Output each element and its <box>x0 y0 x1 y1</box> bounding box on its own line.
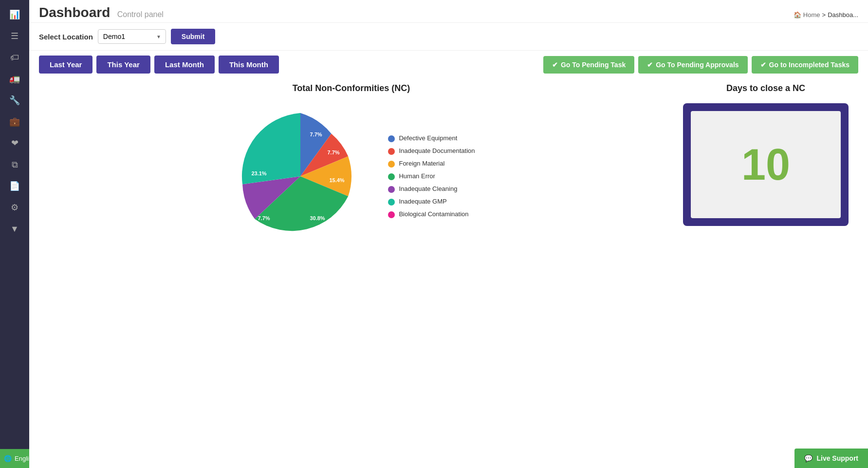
legend-label-inadequate-cleaning: Inadequate Cleaning <box>399 185 457 192</box>
legend-label-defective: Defective Equipment <box>399 134 457 142</box>
pending-task-label: Go To Pending Task <box>561 61 626 69</box>
check-icon-2: ✔ <box>647 61 653 69</box>
chart-legend: Defective Equipment Inadequate Documenta… <box>388 134 475 218</box>
nc-chart-section: Total Non-Conformities (NC) <box>39 83 664 463</box>
sidebar-icon-chevron[interactable]: ▼ <box>5 219 24 239</box>
sidebar-icon-wrench[interactable]: 🔧 <box>5 91 24 110</box>
page-header: Dashboard Control panel 🏠 Home > Dashboa… <box>29 0 868 23</box>
live-support-label: Live Support <box>816 454 858 462</box>
legend-item-biological: Biological Contamination <box>388 210 475 218</box>
legend-dot-inadequate-gmp <box>388 199 395 206</box>
legend-item-defective: Defective Equipment <box>388 134 475 142</box>
home-icon: 🏠 <box>794 11 801 19</box>
legend-label-inadequate-gmp: Inadequate GMP <box>399 198 446 205</box>
days-box-inner: 10 <box>691 111 841 218</box>
label-defective: 7.7% <box>310 131 322 137</box>
legend-dot-human-error <box>388 173 395 180</box>
label-inadequate-gmp: 23.1% <box>252 170 267 176</box>
legend-label-biological: Biological Contamination <box>399 210 468 218</box>
action-buttons-group: ✔ Go To Pending Task ✔ Go To Pending App… <box>543 56 858 74</box>
last-month-button[interactable]: Last Month <box>154 56 215 74</box>
days-to-close-section: Days to close a NC 10 <box>673 83 858 463</box>
sidebar-icon-truck[interactable]: 🚛 <box>5 69 24 89</box>
sidebar: 📊 ☰ 🏷 🚛 🔧 💼 ❤ ⧉ 📄 ⚙ ▼ 🌐 English <box>0 0 29 468</box>
legend-item-inadequate-gmp: Inadequate GMP <box>388 198 475 206</box>
live-support-button[interactable]: 💬 Live Support <box>794 449 868 468</box>
location-label: Select Location <box>39 33 93 41</box>
sidebar-icon-gear[interactable]: ⚙ <box>5 198 24 217</box>
english-label: English <box>15 455 36 462</box>
legend-dot-inadequate-cleaning <box>388 186 395 193</box>
legend-item-inadequate-doc: Inadequate Documentation <box>388 147 475 155</box>
pending-task-button[interactable]: ✔ Go To Pending Task <box>543 56 634 74</box>
sidebar-icon-heart[interactable]: ❤ <box>5 133 24 153</box>
period-action-bar: Last Year This Year Last Month This Mont… <box>29 51 868 78</box>
label-human-error: 30.8% <box>310 215 325 221</box>
legend-item-inadequate-cleaning: Inadequate Cleaning <box>388 185 475 193</box>
check-icon: ✔ <box>552 61 558 69</box>
chart-title: Total Non-Conformities (NC) <box>293 83 410 94</box>
globe-icon: 🌐 <box>4 455 12 462</box>
this-year-button[interactable]: This Year <box>96 56 150 74</box>
legend-dot-inadequate-doc <box>388 148 395 155</box>
header-left: Dashboard Control panel <box>39 5 164 20</box>
legend-item-human-error: Human Error <box>388 172 475 180</box>
breadcrumb-separator: > <box>822 11 826 19</box>
pie-chart: 7.7% 7.7% 15.4% 30.8% 7.7% 23.1% <box>227 103 373 249</box>
incompleted-tasks-label: Go to Incompleted Tasks <box>769 61 850 69</box>
english-button[interactable]: 🌐 English <box>0 449 29 468</box>
legend-label-human-error: Human Error <box>399 172 435 180</box>
location-select[interactable]: Demo1 Demo2 Demo3 <box>98 29 166 44</box>
legend-label-inadequate-doc: Inadequate Documentation <box>399 147 475 154</box>
check-icon-3: ✔ <box>760 61 766 69</box>
legend-label-foreign: Foreign Material <box>399 160 444 167</box>
dashboard-body: Total Non-Conformities (NC) <box>29 78 868 468</box>
legend-dot-foreign <box>388 161 395 168</box>
chat-icon: 💬 <box>804 454 813 462</box>
sidebar-icon-file[interactable]: 📄 <box>5 176 24 196</box>
pie-segment-inadequate-gmp <box>242 113 300 184</box>
page-subtitle: Control panel <box>117 10 164 19</box>
sidebar-icon-tag[interactable]: 🏷 <box>5 48 24 67</box>
page-title: Dashboard <box>39 5 110 20</box>
location-select-wrapper: Demo1 Demo2 Demo3 <box>98 29 166 44</box>
label-inadequate-cleaning: 7.7% <box>258 215 270 221</box>
submit-button[interactable]: Submit <box>171 29 215 44</box>
breadcrumb-home[interactable]: Home <box>803 11 820 19</box>
sidebar-icon-briefcase[interactable]: 💼 <box>5 112 24 131</box>
pending-approvals-label: Go To Pending Approvals <box>656 61 739 69</box>
sidebar-icon-list[interactable]: ☰ <box>5 26 24 46</box>
breadcrumb-current: Dashboa... <box>828 11 858 19</box>
last-year-button[interactable]: Last Year <box>39 56 92 74</box>
legend-dot-defective <box>388 135 395 142</box>
sidebar-icon-dashboard[interactable]: 📊 <box>5 5 24 24</box>
label-foreign: 15.4% <box>330 177 345 183</box>
toolbar: Select Location Demo1 Demo2 Demo3 Submit <box>29 23 868 51</box>
sidebar-icon-layers[interactable]: ⧉ <box>5 155 24 174</box>
pending-approvals-button[interactable]: ✔ Go To Pending Approvals <box>638 56 747 74</box>
legend-item-foreign: Foreign Material <box>388 160 475 168</box>
legend-dot-biological <box>388 211 395 218</box>
breadcrumb: 🏠 Home > Dashboa... <box>794 11 858 19</box>
incompleted-tasks-button[interactable]: ✔ Go to Incompleted Tasks <box>752 56 858 74</box>
main-content: Dashboard Control panel 🏠 Home > Dashboa… <box>29 0 868 468</box>
chart-container: 7.7% 7.7% 15.4% 30.8% 7.7% 23.1% Defecti… <box>227 103 475 249</box>
days-value: 10 <box>741 140 790 190</box>
days-box-outer: 10 <box>683 103 849 226</box>
days-title: Days to close a NC <box>726 83 805 94</box>
label-inadequate-doc: 7.7% <box>328 150 340 155</box>
this-month-button[interactable]: This Month <box>219 56 279 74</box>
